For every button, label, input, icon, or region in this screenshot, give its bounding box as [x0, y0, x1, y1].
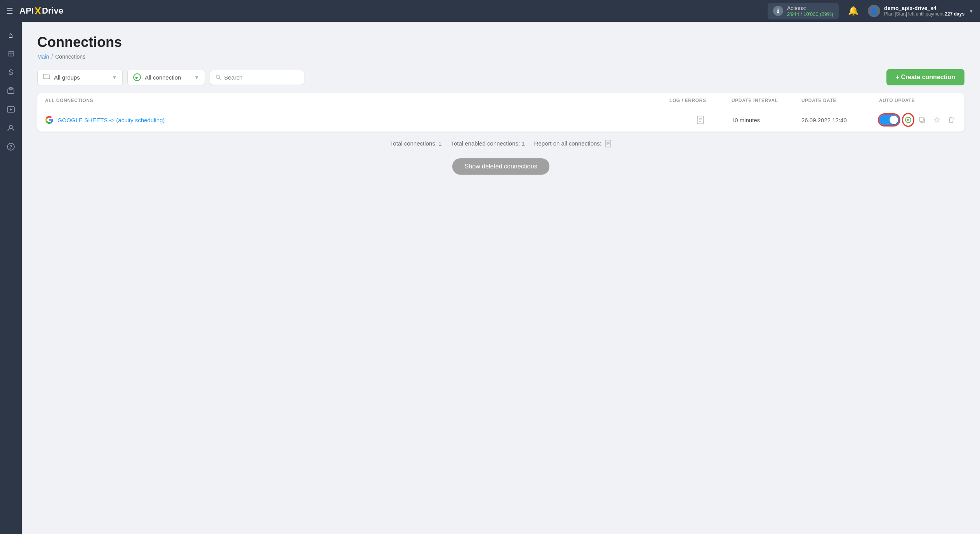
header-update-date: UPDATE DATE: [801, 98, 879, 103]
sidebar-item-home[interactable]: ⌂: [2, 26, 19, 43]
breadcrumb-main[interactable]: Main: [37, 54, 49, 60]
svg-point-17: [936, 119, 938, 121]
sidebar: ⌂ ⊞ $ ?: [0, 22, 22, 534]
user-info: demo_apix-drive_s4 Plan |Start| left unt…: [884, 5, 964, 17]
logo-api-text: API: [19, 6, 34, 16]
svg-text:?: ?: [9, 144, 12, 150]
actions-label: Actions:: [787, 5, 833, 11]
sidebar-item-user[interactable]: [2, 120, 19, 137]
avatar: 👤: [868, 5, 880, 17]
topnav: ☰ API X Drive ℹ Actions: 2'944 / 10'000 …: [0, 0, 980, 22]
svg-rect-16: [919, 117, 923, 121]
groups-chevron-icon: ▼: [112, 75, 117, 80]
user-plan: Plan |Start| left until payment 227 days: [884, 11, 964, 17]
auto-update-cell: [879, 114, 957, 126]
groups-dropdown[interactable]: All groups ▼: [37, 69, 123, 85]
breadcrumb: Main / Connections: [37, 54, 964, 60]
search-box[interactable]: [210, 70, 304, 85]
actions-value: 2'944 / 10'000 (29%): [787, 11, 833, 17]
toolbar: All groups ▼ ▶ All connection ▼ + Create…: [37, 69, 964, 85]
update-interval: 10 minutes: [732, 117, 801, 123]
sidebar-item-jobs[interactable]: [2, 82, 19, 99]
sidebar-item-billing[interactable]: $: [2, 64, 19, 81]
actions-box: ℹ Actions: 2'944 / 10'000 (29%): [768, 3, 839, 19]
header-auto-update: AUTO UPDATE: [879, 98, 957, 103]
total-connections: Total connections: 1: [390, 140, 442, 147]
svg-rect-1: [9, 88, 12, 89]
google-icon: [45, 116, 54, 124]
header-log-errors: LOG / ERRORS: [669, 98, 732, 103]
settings-button[interactable]: [931, 114, 942, 126]
connection-filter-dropdown[interactable]: ▶ All connection ▼: [127, 69, 205, 85]
create-connection-button[interactable]: + Create connection: [886, 69, 964, 85]
sidebar-item-play[interactable]: [2, 101, 19, 118]
svg-line-8: [219, 78, 221, 80]
actions-info-icon: ℹ: [773, 6, 783, 16]
chevron-down-icon: ▼: [968, 8, 974, 14]
search-input[interactable]: [224, 74, 299, 81]
folder-icon: [43, 73, 50, 81]
main-layout: ⌂ ⊞ $ ? Con: [0, 22, 980, 534]
log-icon[interactable]: [669, 116, 732, 124]
svg-marker-14: [907, 119, 910, 121]
hamburger-icon[interactable]: ☰: [6, 6, 13, 16]
bell-icon[interactable]: 🔔: [848, 6, 858, 16]
run-button[interactable]: [903, 114, 913, 126]
logo-x-text: X: [35, 5, 41, 17]
connection-name[interactable]: GOOGLE SHEETS -> (acuity scheduling): [45, 116, 669, 124]
connection-filter-label: All connection: [145, 74, 181, 81]
delete-button[interactable]: [946, 114, 957, 126]
header-all-connections: ALL CONNECTIONS: [45, 98, 669, 103]
breadcrumb-current: Connections: [55, 54, 85, 60]
table-footer: Total connections: 1 Total enabled conne…: [37, 132, 964, 151]
table-header: ALL CONNECTIONS LOG / ERRORS UPDATE INTE…: [37, 93, 964, 108]
page-title: Connections: [37, 34, 964, 50]
svg-point-4: [9, 125, 12, 128]
total-enabled-connections: Total enabled connections: 1: [451, 140, 525, 147]
play-circle-icon: ▶: [133, 73, 141, 81]
connection-chevron-icon: ▼: [194, 75, 199, 80]
sidebar-item-connections[interactable]: ⊞: [2, 45, 19, 62]
auto-update-toggle[interactable]: [879, 114, 899, 125]
actions-info: Actions: 2'944 / 10'000 (29%): [787, 5, 833, 17]
logo-drive-text: Drive: [42, 6, 63, 16]
breadcrumb-separator: /: [51, 54, 53, 60]
toggle-thumb: [890, 116, 898, 124]
svg-marker-3: [10, 108, 12, 111]
copy-button[interactable]: [917, 114, 928, 126]
table-row: GOOGLE SHEETS -> (acuity scheduling) 10 …: [37, 108, 964, 132]
report-icon[interactable]: [605, 139, 612, 147]
connections-table: ALL CONNECTIONS LOG / ERRORS UPDATE INTE…: [37, 93, 964, 132]
update-date: 26.09.2022 12:40: [801, 117, 879, 123]
logo: API X Drive: [19, 5, 63, 17]
header-update-interval: UPDATE INTERVAL: [732, 98, 801, 103]
user-menu[interactable]: 👤 demo_apix-drive_s4 Plan |Start| left u…: [868, 5, 974, 17]
content: Connections Main / Connections All group…: [22, 22, 980, 534]
report-label: Report on all connections:: [534, 139, 612, 147]
search-icon: [215, 74, 221, 80]
sidebar-item-help[interactable]: ?: [2, 138, 19, 155]
connection-name-text: GOOGLE SHEETS -> (acuity scheduling): [57, 117, 165, 123]
show-deleted-button[interactable]: Show deleted connections: [452, 158, 550, 175]
groups-label: All groups: [54, 74, 80, 81]
user-name: demo_apix-drive_s4: [884, 5, 964, 11]
